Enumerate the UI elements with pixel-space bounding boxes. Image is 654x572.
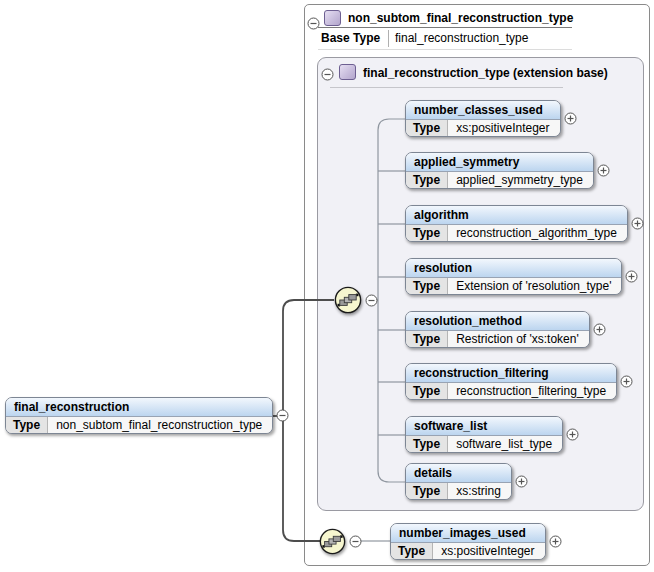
schema-diagram: non_subtom_final_reconstruction_type Bas… [0, 0, 654, 572]
panel-title: non_subtom_final_reconstruction_type [348, 11, 573, 25]
type-value: xs:positiveInteger [448, 120, 559, 136]
sequence-group [334, 286, 378, 314]
expand-icon[interactable] [597, 164, 610, 177]
expand-icon[interactable] [631, 217, 644, 230]
type-label: Type [391, 543, 433, 559]
type-label: Type [406, 225, 448, 241]
element-name: applied_symmetry [406, 153, 593, 172]
base-type-divider [388, 30, 389, 47]
type-label: Type [6, 417, 48, 433]
expand-icon[interactable] [515, 475, 528, 488]
element-number_classes_used[interactable]: number_classes_used Type xs:positiveInte… [405, 100, 561, 137]
element-row: details Type xs:string [405, 463, 528, 500]
element-row: algorithm Type reconstruction_algorithm_… [405, 205, 644, 242]
base-type-underline [318, 49, 572, 50]
type-label: Type [406, 172, 448, 188]
type-value: applied_symmetry_type [448, 172, 593, 188]
expand-icon[interactable] [566, 428, 579, 441]
type-value: xs:string [448, 483, 511, 499]
type-label: Type [406, 383, 448, 399]
element-name: reconstruction_filtering [406, 364, 616, 383]
complex-type-icon [339, 64, 356, 80]
collapse-icon[interactable] [321, 68, 334, 81]
type-label: Type [406, 483, 448, 499]
element-number_images_used[interactable]: number_images_used Type xs:positiveInteg… [390, 523, 546, 560]
element-reconstruction_filtering[interactable]: reconstruction_filtering Type reconstruc… [405, 363, 617, 400]
expand-icon[interactable] [549, 535, 562, 548]
element-algorithm[interactable]: algorithm Type reconstruction_algorithm_… [405, 205, 628, 242]
extension-base-title: final_reconstruction_type (extension bas… [363, 66, 608, 80]
element-name: final_reconstruction [6, 398, 272, 417]
type-value: xs:positiveInteger [433, 543, 544, 559]
element-final_reconstruction[interactable]: final_reconstruction Type non_subtom_fin… [5, 397, 273, 434]
sequence-icon[interactable] [334, 286, 362, 314]
element-software_list[interactable]: software_list Type software_list_type [405, 416, 563, 453]
bottom-sequence-group: number_images_used Type xs:positiveInteg… [319, 522, 562, 560]
type-label: Type [406, 331, 448, 347]
element-name: resolution_method [406, 312, 589, 331]
title-underline [318, 27, 572, 28]
element-name: number_classes_used [406, 101, 560, 120]
element-name: number_images_used [391, 524, 545, 543]
base-type-value: final_reconstruction_type [395, 31, 528, 45]
element-resolution_method[interactable]: resolution_method Type Restriction of 'x… [405, 311, 590, 348]
type-value: Restriction of 'xs:token' [448, 331, 589, 347]
element-row: reconstruction_filtering Type reconstruc… [405, 363, 633, 400]
element-row: software_list Type software_list_type [405, 416, 579, 453]
complex-type-icon [324, 10, 341, 26]
type-value: software_list_type [448, 436, 562, 452]
type-label: Type [406, 278, 448, 294]
collapse-icon[interactable] [365, 294, 378, 307]
expand-icon[interactable] [625, 270, 638, 283]
base-type-label: Base Type [321, 31, 380, 45]
element-details[interactable]: details Type xs:string [405, 463, 512, 500]
element-resolution[interactable]: resolution Type Extension of 'resolution… [405, 258, 622, 295]
element-name: algorithm [406, 206, 627, 225]
type-label: Type [406, 120, 448, 136]
sequence-icon[interactable] [319, 528, 346, 555]
type-value: Extension of 'resolution_type' [448, 278, 621, 294]
type-value: reconstruction_filtering_type [448, 383, 616, 399]
element-name: details [406, 464, 511, 483]
type-value: reconstruction_algorithm_type [448, 225, 627, 241]
element-row: resolution_method Type Restriction of 'x… [405, 311, 606, 348]
title-underline [330, 87, 563, 88]
collapse-icon[interactable] [307, 17, 320, 30]
expand-icon[interactable] [564, 112, 577, 125]
expand-icon[interactable] [593, 323, 606, 336]
element-row: number_classes_used Type xs:positiveInte… [405, 100, 577, 137]
element-name: software_list [406, 417, 562, 436]
collapse-icon[interactable] [349, 535, 362, 548]
root-element-group: final_reconstruction Type non_subtom_fin… [5, 397, 289, 434]
element-row: resolution Type Extension of 'resolution… [405, 258, 638, 295]
element-row: applied_symmetry Type applied_symmetry_t… [405, 152, 610, 189]
element-applied_symmetry[interactable]: applied_symmetry Type applied_symmetry_t… [405, 152, 594, 189]
expand-icon[interactable] [620, 375, 633, 388]
type-value: non_subtom_final_reconstruction_type [48, 417, 272, 433]
type-label: Type [406, 436, 448, 452]
collapse-icon[interactable] [276, 409, 289, 422]
element-name: resolution [406, 259, 621, 278]
